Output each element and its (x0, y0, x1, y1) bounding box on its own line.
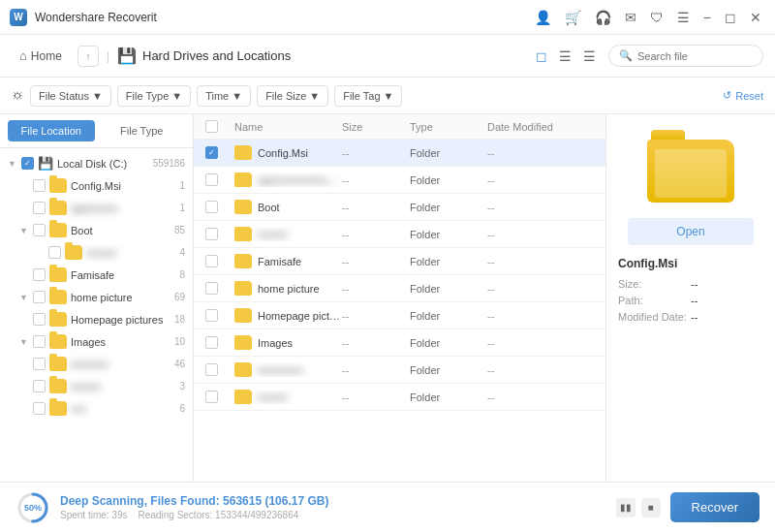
chevron-down-icon: ▼ (171, 90, 182, 102)
file-date: -- (487, 310, 594, 322)
pause-button[interactable]: ▮▮ (616, 498, 636, 517)
reset-button[interactable]: ↺ Reset (723, 89, 763, 102)
tab-file-type[interactable]: File Type (99, 120, 186, 141)
table-row[interactable]: •••••••• -- Folder -- (194, 384, 605, 411)
tree-checkbox[interactable] (33, 179, 46, 192)
tree-item-config[interactable]: Config.Msi 1 (0, 174, 193, 197)
tree-checkbox[interactable] (33, 224, 46, 236)
detail-view-button[interactable]: ☰ (578, 46, 601, 67)
tree-item-local-disk[interactable]: ▼ ✓ 💾 Local Disk (C:) 559186 (0, 152, 193, 174)
file-date: -- (487, 229, 594, 240)
tree-checkbox[interactable] (33, 202, 46, 214)
table-row[interactable]: vpn••••••••••••••.vos -- Folder -- (194, 167, 605, 194)
tree-item-famisafe[interactable]: Famisafe 8 (0, 264, 193, 286)
tree-checkbox[interactable] (33, 313, 46, 326)
tree-checkbox[interactable] (33, 268, 46, 281)
tree-label: •••• (71, 403, 175, 415)
tree-item-vpn[interactable]: vpn•••••••• 1 (0, 197, 193, 219)
list-view-button[interactable]: ☰ (554, 46, 576, 67)
file-type: Folder (410, 202, 487, 213)
search-box[interactable]: 🔍 (608, 45, 763, 67)
maximize-icon[interactable]: ◻ (721, 8, 740, 27)
scan-controls: ▮▮ ■ (616, 498, 661, 517)
file-size: -- (342, 229, 410, 240)
table-row[interactable]: Homepage pictures -- Folder -- (194, 302, 605, 329)
file-name-text: Images (258, 337, 293, 349)
tree-item-home-picture[interactable]: ▼ home picture 69 (0, 286, 193, 308)
folder-icon (49, 312, 67, 327)
tree-item-blurred3[interactable]: •••••••• 3 (0, 375, 193, 397)
table-row[interactable]: home picture -- Folder -- (194, 275, 605, 302)
tree-label: Boot (71, 225, 170, 236)
file-date: -- (487, 364, 594, 376)
menu-icon[interactable]: ☰ (673, 8, 694, 27)
file-size: -- (342, 147, 410, 159)
scan-info: Deep Scanning, Files Found: 563615 (106.… (60, 494, 606, 520)
search-input[interactable] (637, 50, 754, 62)
recover-button[interactable]: Recover (670, 492, 760, 522)
shield-icon[interactable]: 🛡 (646, 8, 667, 27)
tree-item-boot[interactable]: ▼ Boot 85 (0, 219, 193, 241)
file-size: -- (342, 174, 410, 186)
table-row[interactable]: ✓ Config.Msi -- Folder -- (194, 140, 605, 167)
email-icon[interactable]: ✉ (621, 8, 640, 27)
file-size: -- (342, 283, 410, 295)
table-row[interactable]: Images -- Folder -- (194, 329, 605, 357)
tree-item-blurred1[interactable]: •••••••• 4 (0, 241, 193, 264)
tree-count: 3 (179, 381, 185, 391)
headset-icon[interactable]: 🎧 (591, 8, 615, 27)
file-date: -- (487, 337, 594, 349)
tree-checkbox[interactable] (33, 358, 46, 370)
tree-checkbox[interactable] (48, 246, 61, 259)
table-row[interactable]: •••••••• -- Folder -- (194, 221, 605, 248)
cart-icon[interactable]: 🛒 (561, 8, 585, 27)
tree-item-images[interactable]: ▼ Images 10 (0, 330, 193, 353)
home-icon: ⌂ (19, 48, 27, 63)
select-all-checkbox[interactable] (205, 120, 234, 133)
grid-view-button[interactable]: ◻ (531, 46, 552, 67)
tree-label: vpn•••••••• (71, 203, 175, 214)
up-button[interactable]: ↑ (78, 46, 99, 67)
tree-checkbox[interactable] (33, 380, 46, 392)
minimize-icon[interactable]: − (699, 8, 715, 27)
open-button[interactable]: Open (628, 218, 754, 245)
view-controls: ◻ ☰ ☰ (531, 46, 601, 67)
tab-file-location[interactable]: File Location (8, 120, 95, 141)
stop-button[interactable]: ■ (641, 498, 661, 517)
file-tag-filter[interactable]: File Tag ▼ (334, 85, 402, 107)
filter-icon: ⛭ (12, 88, 24, 103)
filelist-body: ✓ Config.Msi -- Folder -- vpn•••••••••••… (194, 140, 605, 482)
sidebar-tabs: File Location File Type (0, 114, 193, 148)
table-row[interactable]: Famisafe -- Folder -- (194, 248, 605, 275)
bottombar: 50% Deep Scanning, Files Found: 563615 (… (0, 482, 775, 532)
tree-checkbox[interactable]: ✓ (21, 157, 34, 170)
size-info: (106.17 GB) (264, 494, 328, 508)
file-type-filter[interactable]: File Type ▼ (117, 85, 191, 107)
close-icon[interactable]: ✕ (746, 8, 765, 27)
file-date: -- (487, 283, 594, 295)
folder-icon (234, 335, 252, 350)
file-size-filter[interactable]: File Size ▼ (257, 85, 328, 107)
folder-icon (234, 281, 252, 296)
tree-item-homepage-pictures[interactable]: Homepage pictures 18 (0, 308, 193, 330)
person-icon[interactable]: 👤 (531, 8, 555, 27)
tree-checkbox[interactable] (33, 335, 46, 348)
home-button[interactable]: ⌂ Home (12, 45, 70, 67)
tree-checkbox[interactable] (33, 291, 46, 303)
tree-checkbox[interactable] (33, 402, 46, 415)
file-name-text: •••••••• (258, 229, 288, 240)
file-type: Folder (410, 147, 487, 159)
tree-item-blurred4[interactable]: •••• 6 (0, 397, 193, 420)
table-row[interactable]: Boot -- Folder -- (194, 194, 605, 221)
folder-icon (234, 362, 252, 377)
file-date: -- (487, 256, 594, 267)
column-size: Size (342, 121, 410, 133)
time-filter[interactable]: Time ▼ (197, 85, 251, 107)
file-status-filter[interactable]: File Status ▼ (30, 85, 111, 107)
folder-icon (49, 401, 67, 416)
disk-icon: 💾 (38, 156, 53, 171)
table-row[interactable]: •••••••••••• -- Folder -- (194, 357, 605, 384)
tree-item-blurred2[interactable]: •••••••••• 46 (0, 353, 193, 375)
preview-folder-icon (647, 130, 734, 203)
titlebar: W Wondershare Recoverit 👤 🛒 🎧 ✉ 🛡 ☰ − ◻ … (0, 0, 775, 35)
